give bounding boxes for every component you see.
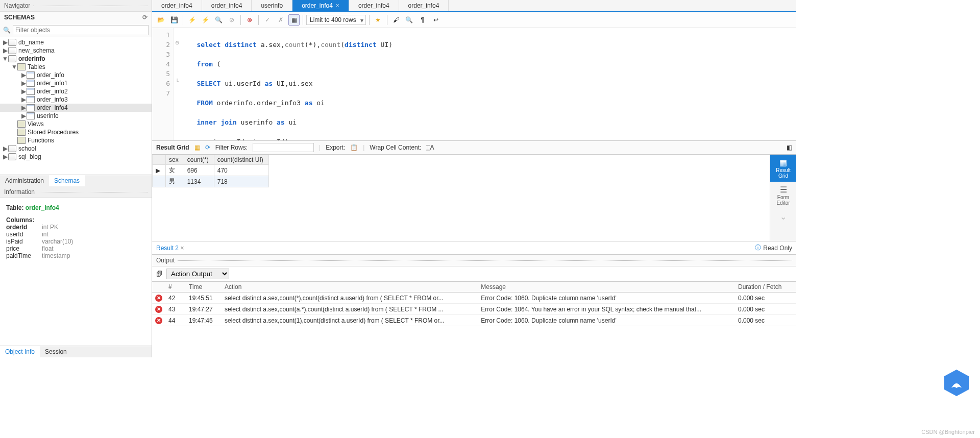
- tree-label: Tables: [28, 63, 45, 70]
- output-row[interactable]: ✕4319:47:27select distinct a.sex,count(a…: [152, 304, 796, 315]
- col-header[interactable]: Duration / Fetch: [735, 282, 796, 293]
- cell[interactable]: 718: [214, 176, 268, 187]
- output-row[interactable]: ✕4219:45:51select distinct a.sex,count(*…: [152, 293, 796, 304]
- expand-icon[interactable]: ▶: [2, 145, 8, 152]
- expand-icon[interactable]: ▶: [20, 104, 27, 111]
- tree-node-new_schema[interactable]: ▶new_schema: [0, 46, 152, 55]
- tree-node-sql_blog[interactable]: ▶sql_blog: [0, 153, 152, 161]
- table-name: order_info4: [26, 204, 59, 211]
- stop-icon[interactable]: ⊘: [226, 14, 237, 26]
- tab-administration[interactable]: Administration: [0, 175, 49, 186]
- execute-current-icon[interactable]: ⚡: [200, 14, 211, 26]
- fold-gutter[interactable]: ⊖└: [174, 28, 181, 140]
- result-grid[interactable]: sexcount(*)count(distinct UI)▶女696470男11…: [152, 155, 770, 241]
- col-type: float: [42, 245, 54, 252]
- schema-tree[interactable]: ▶db_name▶new_schema▼orderinfo▼Tables▶ord…: [0, 37, 152, 175]
- refresh-results-icon[interactable]: ⟳: [205, 144, 210, 151]
- output-type-select[interactable]: Action Output: [166, 269, 229, 279]
- close-tab-icon[interactable]: ×: [336, 2, 339, 9]
- col-header[interactable]: #: [165, 282, 186, 293]
- tree-node-userinfo[interactable]: ▶userinfo: [0, 112, 152, 120]
- editor-tab[interactable]: order_info4: [399, 0, 449, 11]
- tree-node-order_info1[interactable]: ▶order_info1: [0, 79, 152, 87]
- tree-node-orderinfo[interactable]: ▼orderinfo: [0, 55, 152, 63]
- result-row[interactable]: ▶女696470: [153, 165, 269, 176]
- result-tab[interactable]: Result 2 ×: [156, 245, 184, 252]
- rollback-icon[interactable]: ✗: [275, 14, 286, 26]
- tab-object-info[interactable]: Object Info: [0, 346, 40, 357]
- result-row[interactable]: 男1134718: [153, 176, 269, 187]
- grid-icon[interactable]: ▦: [194, 144, 200, 151]
- col-header[interactable]: count(distinct UI): [214, 155, 268, 165]
- close-result-icon[interactable]: ×: [180, 245, 184, 252]
- expand-icon[interactable]: ▶: [20, 96, 27, 103]
- cell[interactable]: 男: [166, 176, 184, 187]
- col-header[interactable]: sex: [166, 155, 184, 165]
- col-header[interactable]: count(*): [184, 155, 214, 165]
- output-title: Output: [152, 255, 796, 266]
- editor-tab[interactable]: order_info4: [202, 0, 252, 11]
- expand-icon[interactable]: ▶: [20, 71, 27, 79]
- expand-icon[interactable]: ▼: [2, 55, 8, 62]
- panel-toggle-icon[interactable]: ◧: [787, 144, 792, 151]
- cell[interactable]: 696: [184, 165, 214, 176]
- result-grid-tool[interactable]: ▦Result Grid: [770, 155, 796, 182]
- favorite-icon[interactable]: ★: [373, 14, 384, 26]
- tree-node-functions[interactable]: Functions: [0, 136, 152, 144]
- editor-tab[interactable]: userinfo: [252, 0, 292, 11]
- editor-tab[interactable]: order_info4: [152, 0, 202, 11]
- sql-editor[interactable]: 1234567 ⊖└ select distinct a.sex,count(*…: [152, 28, 796, 140]
- tab-schemas[interactable]: Schemas: [49, 175, 85, 186]
- tree-node-order_info[interactable]: ▶order_info: [0, 71, 152, 79]
- output-clear-icon[interactable]: 🗐: [156, 271, 162, 278]
- expand-icon[interactable]: ▶: [20, 88, 27, 95]
- tree-node-school[interactable]: ▶school: [0, 144, 152, 153]
- tab-session[interactable]: Session: [40, 346, 72, 357]
- refresh-icon[interactable]: ⟳: [142, 14, 148, 21]
- output-row[interactable]: ✕4419:47:45select distinct a.sex,count(1…: [152, 315, 796, 326]
- cell[interactable]: 女: [166, 165, 184, 176]
- open-icon[interactable]: 📂: [155, 14, 166, 26]
- cell[interactable]: 1134: [184, 176, 214, 187]
- editor-tab[interactable]: order_info4×: [292, 0, 349, 11]
- find-icon[interactable]: 🔍: [404, 14, 415, 26]
- tree-node-views[interactable]: Views: [0, 120, 152, 128]
- code-area[interactable]: select distinct a.sex,count(*),count(dis…: [181, 28, 796, 140]
- filter-objects-input[interactable]: [13, 25, 149, 35]
- filter-rows-input[interactable]: [253, 143, 314, 152]
- wrap-icon[interactable]: ↩: [430, 14, 442, 26]
- nav-down-icon[interactable]: ⌄: [770, 209, 796, 225]
- out-time: 19:47:27: [186, 304, 222, 315]
- tree-node-stored-procedures[interactable]: Stored Procedures: [0, 128, 152, 136]
- commit-icon[interactable]: ⊗: [244, 14, 255, 26]
- expand-icon[interactable]: ▼: [11, 63, 17, 70]
- output-grid[interactable]: #TimeActionMessageDuration / Fetch✕4219:…: [152, 281, 796, 326]
- wrap-cell-icon[interactable]: ⌶A: [426, 144, 434, 151]
- expand-icon[interactable]: ▶: [2, 39, 8, 46]
- col-header[interactable]: Action: [222, 282, 478, 293]
- tree-node-tables[interactable]: ▼Tables: [0, 63, 152, 71]
- tree-node-order_info4[interactable]: ▶order_info4: [0, 104, 152, 112]
- expand-icon[interactable]: ▶: [20, 112, 27, 119]
- tree-node-order_info3[interactable]: ▶order_info3: [0, 95, 152, 104]
- toggle-icon[interactable]: ▦: [288, 14, 300, 26]
- expand-icon[interactable]: ▶: [20, 80, 27, 87]
- col-header[interactable]: Message: [478, 282, 735, 293]
- invisible-icon[interactable]: ¶: [417, 14, 428, 26]
- save-icon[interactable]: 💾: [168, 14, 180, 26]
- execute-icon[interactable]: ⚡: [186, 14, 198, 26]
- tree-node-db_name[interactable]: ▶db_name: [0, 38, 152, 46]
- form-editor-tool[interactable]: ☰Form Editor: [770, 182, 796, 209]
- explain-icon[interactable]: 🔍: [213, 14, 224, 26]
- col-header[interactable]: Time: [186, 282, 222, 293]
- expand-icon[interactable]: ▶: [2, 153, 8, 160]
- editor-tab[interactable]: order_info4: [349, 0, 399, 11]
- export-icon[interactable]: 📋: [350, 144, 358, 151]
- expand-icon[interactable]: ▶: [2, 47, 8, 54]
- columns-label: Columns:: [6, 216, 145, 224]
- cell[interactable]: 470: [214, 165, 268, 176]
- tree-node-order_info2[interactable]: ▶order_info2: [0, 87, 152, 95]
- row-limit-select[interactable]: Limit to 400 rows ▾: [306, 15, 366, 25]
- autocommit-icon[interactable]: ✓: [262, 14, 273, 26]
- beautify-icon[interactable]: 🖌: [390, 14, 402, 26]
